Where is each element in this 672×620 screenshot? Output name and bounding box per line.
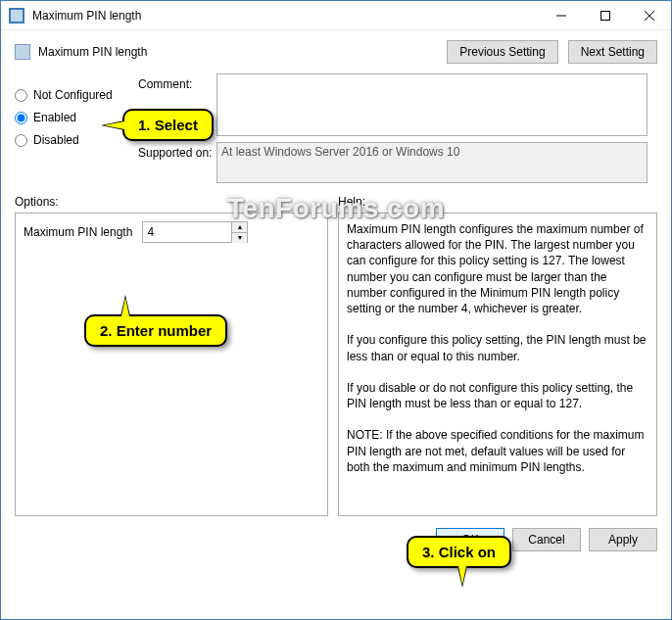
- dialog-button-row: OK Cancel Apply: [1, 524, 671, 563]
- radio-label: Disabled: [33, 133, 79, 147]
- max-pin-length-spinner[interactable]: ▲ ▼: [142, 221, 248, 243]
- title-bar: Maximum PIN length: [1, 1, 671, 30]
- next-setting-button[interactable]: Next Setting: [568, 40, 657, 64]
- options-panel: Maximum PIN length ▲ ▼: [15, 213, 328, 516]
- supported-on-text: At least Windows Server 2016 or Windows …: [216, 142, 648, 183]
- max-pin-length-input[interactable]: [143, 222, 231, 242]
- cancel-button[interactable]: Cancel: [512, 528, 581, 551]
- spinner-down-icon[interactable]: ▼: [232, 233, 247, 243]
- annotation-callout-1: 1. Select: [122, 109, 214, 141]
- close-button[interactable]: [627, 1, 671, 29]
- help-paragraph: NOTE: If the above specified conditions …: [347, 427, 648, 475]
- svg-rect-2: [600, 11, 609, 20]
- annotation-callout-2: 2. Enter number: [84, 314, 227, 347]
- supported-label: Supported on:: [138, 142, 216, 183]
- app-icon: [9, 8, 24, 24]
- callout-text: 3. Click on: [422, 544, 496, 560]
- help-paragraph: If you disable or do not configure this …: [347, 380, 648, 411]
- radio-disabled-input[interactable]: [15, 134, 27, 147]
- policy-title: Maximum PIN length: [38, 45, 447, 59]
- radio-label: Enabled: [33, 111, 76, 124]
- radio-not-configured[interactable]: Not Configured: [15, 88, 132, 102]
- help-paragraph: Maximum PIN length configures the maximu…: [347, 221, 648, 316]
- max-pin-length-label: Maximum PIN length: [24, 225, 132, 239]
- help-paragraph: If you configure this policy setting, th…: [347, 332, 648, 363]
- previous-setting-button[interactable]: Previous Setting: [447, 40, 557, 64]
- spinner-up-icon[interactable]: ▲: [232, 222, 247, 233]
- radio-label: Not Configured: [33, 88, 113, 102]
- callout-text: 2. Enter number: [100, 322, 212, 339]
- radio-disabled[interactable]: Disabled: [15, 133, 132, 147]
- policy-icon: [15, 44, 30, 60]
- comment-input[interactable]: [216, 73, 648, 136]
- callout-text: 1. Select: [138, 117, 198, 133]
- svg-rect-0: [11, 10, 23, 22]
- state-radio-group: Not Configured Enabled Disabled: [15, 73, 132, 189]
- help-label: Help:: [338, 195, 365, 209]
- annotation-callout-3: 3. Click on: [407, 536, 511, 568]
- apply-button[interactable]: Apply: [589, 528, 657, 551]
- maximize-button[interactable]: [583, 1, 627, 29]
- radio-not-configured-input[interactable]: [15, 89, 27, 102]
- radio-enabled-input[interactable]: [15, 112, 27, 124]
- window-title: Maximum PIN length: [32, 9, 539, 23]
- help-panel: Maximum PIN length configures the maximu…: [338, 213, 657, 516]
- minimize-button[interactable]: [539, 1, 583, 29]
- header-row: Maximum PIN length Previous Setting Next…: [1, 30, 671, 70]
- options-label: Options:: [15, 195, 338, 209]
